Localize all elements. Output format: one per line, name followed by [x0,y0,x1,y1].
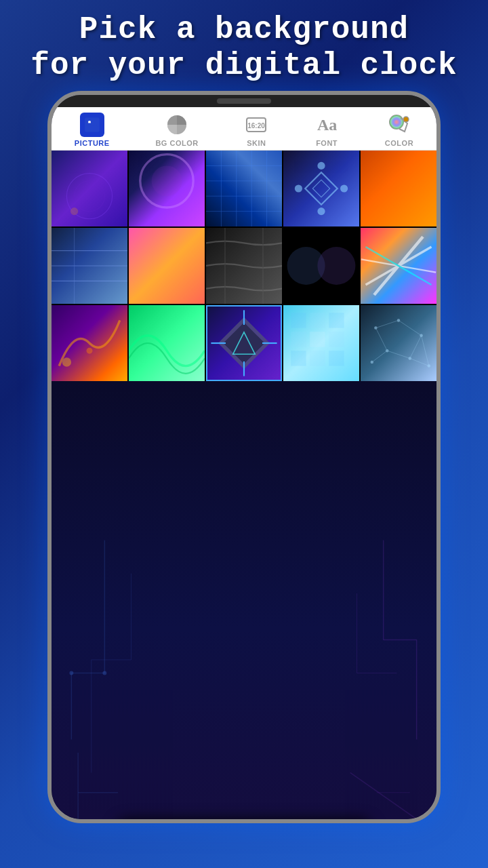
svg-rect-50 [329,313,344,328]
svg-point-78 [102,671,106,675]
wallpaper-11[interactable] [52,305,127,381]
tab-bg-color-label: BG COLOR [155,139,198,147]
svg-line-87 [350,772,417,819]
clock-widget: MONDAY 16:20 8/1/2020 [115,819,373,823]
tab-skin[interactable]: 16:20 SKIN [237,113,275,147]
svg-rect-49 [310,313,325,328]
wallpaper-5[interactable] [361,151,436,226]
svg-line-68 [372,351,387,362]
svg-point-13 [152,165,182,196]
wallpaper-6[interactable] [52,228,127,304]
tab-font[interactable]: Aa FONT [308,113,346,147]
tab-font-label: FONT [316,139,338,147]
bg-color-tab-icon [165,113,189,137]
svg-point-25 [340,184,348,192]
svg-line-65 [399,320,422,335]
tab-color[interactable]: COLOR [378,113,420,147]
svg-text:Aa: Aa [317,116,337,134]
wallpaper-12[interactable] [129,305,205,381]
svg-point-7 [390,115,403,129]
svg-rect-54 [291,351,306,366]
svg-point-8 [403,117,409,122]
phone-top-bar [52,95,436,107]
font-tab-icon: Aa [314,113,339,137]
phone-frame: PICTURE BG COLOR 16:20 [47,91,441,823]
svg-line-66 [410,336,422,359]
svg-rect-48 [291,313,306,328]
svg-point-27 [295,184,302,192]
svg-point-10 [75,181,105,212]
color-tab-icon [387,113,411,137]
svg-rect-56 [329,351,344,366]
tab-color-label: COLOR [385,139,413,147]
svg-line-69 [375,328,387,351]
header: Pick a background for your digital clock [0,0,488,91]
svg-rect-43 [223,322,264,363]
svg-rect-23 [312,180,329,197]
svg-point-40 [62,357,71,366]
svg-text:16:20: 16:20 [248,122,266,130]
svg-point-41 [87,348,93,354]
svg-point-24 [317,162,325,170]
tab-skin-label: SKIN [247,139,266,147]
tab-picture-label: PICTURE [75,139,110,147]
svg-rect-51 [291,332,306,347]
wallpaper-13[interactable] [206,305,282,381]
skin-tab-icon: 16:20 [244,113,268,137]
svg-rect-53 [329,332,344,347]
phone-notch [217,98,271,104]
header-title: Pick a background for your digital clock [14,12,474,84]
wallpaper-10[interactable] [361,228,436,304]
wallpaper-7[interactable] [129,228,205,304]
svg-point-79 [69,671,73,675]
wallpaper-8[interactable] [206,228,282,304]
svg-rect-55 [310,351,325,366]
tab-bar: PICTURE BG COLOR 16:20 [52,107,436,151]
wallpaper-15[interactable] [361,305,436,381]
svg-point-35 [317,247,355,285]
phone-content-area: MONDAY 16:20 8/1/2020 SAVE [52,381,436,823]
svg-point-62 [371,361,373,363]
svg-line-64 [375,320,399,328]
tab-bg-color[interactable]: BG COLOR [148,113,205,147]
picture-tab-icon [80,113,104,137]
wallpaper-4[interactable] [283,151,359,226]
tab-picture[interactable]: PICTURE [68,113,117,147]
svg-point-11 [70,208,78,215]
svg-line-71 [422,336,429,366]
svg-rect-52 [310,332,325,347]
svg-rect-22 [305,172,338,205]
svg-point-26 [317,208,325,215]
wallpaper-14[interactable] [283,305,359,381]
wallpaper-1[interactable] [52,151,127,226]
wallpaper-9[interactable] [283,228,359,304]
gallery-grid [52,151,436,381]
wallpaper-3[interactable] [206,151,282,226]
circuit-background [52,381,436,823]
header-line1: Pick a background [79,12,409,47]
header-line2: for your digital clock [30,48,457,83]
svg-line-70 [410,358,429,366]
wallpaper-2[interactable] [129,151,205,226]
svg-line-67 [387,351,410,358]
